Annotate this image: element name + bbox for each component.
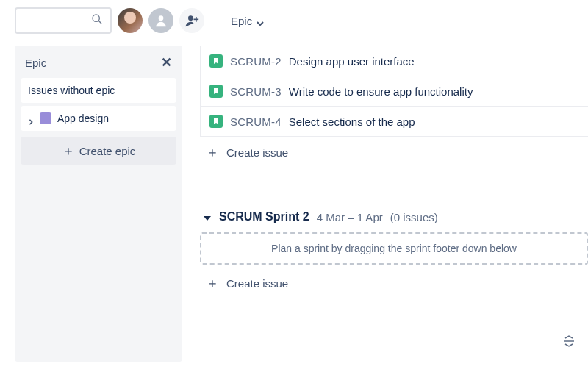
story-icon [209,115,223,128]
epic-color-swatch [40,112,51,124]
create-issue-button[interactable]: ＋ Create issue [200,268,588,298]
story-icon [209,85,223,98]
issue-summary: Write code to ensure app functionality [289,85,473,98]
issue-summary: Select sections of the app [289,115,415,128]
create-issue-label: Create issue [226,146,288,159]
issue-key: SCRUM-2 [230,55,282,68]
issue-key: SCRUM-3 [230,85,282,98]
epic-filter-dropdown[interactable]: Epic [231,15,264,27]
epic-item-label: App design [57,112,109,124]
issue-summary: Design app user interface [289,55,415,68]
issue-key: SCRUM-4 [230,115,282,128]
dropzone-text: Plan a sprint by dragging the sprint foo… [271,243,517,254]
sprint-dates: 4 Mar – 1 Apr [317,211,383,223]
sprint-dropzone[interactable]: Plan a sprint by dragging the sprint foo… [200,232,588,265]
avatar-unassigned[interactable] [148,8,173,33]
close-icon[interactable]: ✕ [161,54,172,71]
avatar-user-1[interactable] [118,8,143,33]
chevron-down-icon [257,17,264,24]
create-issue-button[interactable]: ＋ Create issue [200,137,588,168]
plus-icon: ＋ [206,276,219,290]
epic-panel-title: Epic [25,57,46,69]
story-icon [209,54,223,68]
svg-point-0 [93,15,99,21]
search-icon [91,13,103,28]
epic-filter-label: Epic [231,15,252,27]
backlog-area: SCRUM-2 Design app user interface SCRUM-… [200,46,588,362]
epic-item-label: Issues without epic [28,85,115,96]
issue-row[interactable]: SCRUM-4 Select sections of the app [200,107,588,137]
sprint-header[interactable]: SCRUM Sprint 2 4 Mar – 1 Apr (0 issues) [200,209,588,229]
search-input[interactable] [15,7,112,34]
svg-marker-6 [204,216,211,221]
create-epic-label: Create epic [79,145,136,157]
epic-item-app-design[interactable]: App design [21,106,176,131]
resize-handle[interactable] [562,335,576,350]
svg-point-3 [188,15,193,21]
plus-icon: ＋ [206,146,219,159]
issue-row[interactable]: SCRUM-2 Design app user interface [200,46,588,76]
sprint-name: SCRUM Sprint 2 [219,210,309,223]
sprint-count: (0 issues) [390,211,438,223]
svg-point-2 [159,15,164,21]
toolbar: Epic [0,0,588,41]
issue-row[interactable]: SCRUM-3 Write code to ensure app functio… [200,76,588,107]
epic-panel: Epic ✕ Issues without epic App design ＋ … [15,46,182,362]
create-epic-button[interactable]: ＋ Create epic [21,137,176,165]
chevron-down-icon [203,212,212,221]
chevron-right-icon [28,115,34,121]
add-user-button[interactable] [179,8,204,33]
epic-item-no-epic[interactable]: Issues without epic [21,78,176,103]
svg-line-1 [98,21,101,24]
create-issue-label: Create issue [226,277,288,290]
plus-icon: ＋ [62,144,75,157]
